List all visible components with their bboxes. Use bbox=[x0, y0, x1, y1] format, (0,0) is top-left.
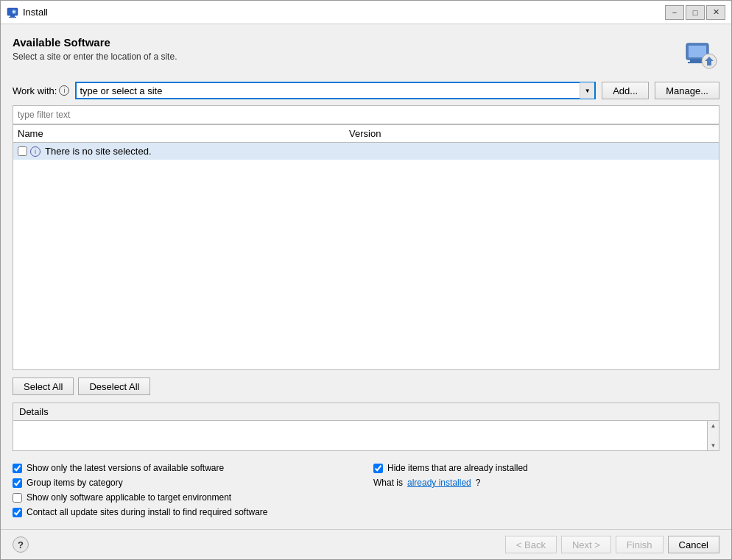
contact-update-sites-checkbox-row[interactable]: Contact all update sites during install … bbox=[13, 507, 359, 517]
details-header: Details bbox=[13, 403, 719, 421]
checkboxes-left: Show only the latest versions of availab… bbox=[13, 463, 359, 517]
checkboxes-section: Show only the latest versions of availab… bbox=[13, 463, 719, 517]
row-info-icon: i bbox=[30, 146, 41, 157]
svg-rect-1 bbox=[10, 15, 15, 17]
page-title: Available Software bbox=[13, 36, 177, 49]
checkboxes-right: Hide items that are already installed Wh… bbox=[373, 463, 719, 517]
work-with-info-icon[interactable]: i bbox=[59, 85, 69, 96]
title-bar-left: Install bbox=[7, 7, 48, 18]
contact-update-sites-checkbox[interactable] bbox=[13, 508, 22, 517]
title-bar: Install − □ ✕ bbox=[1, 1, 731, 24]
action-buttons: Select All Deselect All bbox=[13, 378, 719, 395]
row-checkbox[interactable] bbox=[18, 146, 27, 156]
scroll-up-arrow[interactable]: ▲ bbox=[711, 422, 717, 429]
cancel-button[interactable]: Cancel bbox=[668, 536, 719, 553]
page-title-section: Available Software Select a site or ente… bbox=[13, 36, 177, 62]
col-header-version: Version bbox=[349, 128, 518, 139]
hide-installed-checkbox-row[interactable]: Hide items that are already installed bbox=[373, 463, 719, 473]
filter-input[interactable] bbox=[13, 105, 719, 124]
install-window-icon bbox=[7, 7, 18, 18]
back-button[interactable]: < Back bbox=[505, 536, 557, 553]
svg-rect-2 bbox=[9, 17, 16, 18]
manage-button[interactable]: Manage... bbox=[655, 82, 719, 99]
add-button[interactable]: Add... bbox=[602, 82, 649, 99]
table-row: i There is no site selected. bbox=[13, 143, 719, 160]
what-is-suffix: ? bbox=[476, 478, 481, 488]
already-installed-link[interactable]: already installed bbox=[407, 478, 471, 488]
details-body: ▲ ▼ bbox=[13, 421, 719, 450]
finish-button[interactable]: Finish bbox=[616, 536, 664, 553]
header-icon bbox=[683, 36, 719, 73]
show-latest-checkbox[interactable] bbox=[13, 464, 22, 473]
footer-left: ? bbox=[13, 536, 29, 553]
col-header-name: Name bbox=[18, 128, 349, 139]
page-header: Available Software Select a site or ente… bbox=[13, 36, 719, 73]
show-applicable-label: Show only software applicable to target … bbox=[27, 492, 231, 503]
window-title: Install bbox=[23, 7, 48, 18]
software-table-container: Name Version i There is no site selected… bbox=[13, 124, 719, 370]
show-latest-label: Show only the latest versions of availab… bbox=[27, 463, 224, 473]
work-with-row: Work with: i ▼ Add... Manage... bbox=[13, 82, 719, 99]
work-with-dropdown-arrow[interactable]: ▼ bbox=[580, 82, 594, 99]
contact-update-sites-label: Contact all update sites during install … bbox=[27, 507, 268, 517]
footer-right: < Back Next > Finish Cancel bbox=[505, 536, 719, 553]
maximize-button[interactable]: □ bbox=[686, 5, 705, 20]
table-body: i There is no site selected. bbox=[13, 143, 719, 369]
title-bar-controls: − □ ✕ bbox=[665, 5, 725, 20]
details-scrollbar[interactable]: ▲ ▼ bbox=[707, 421, 719, 450]
details-section: Details ▲ ▼ bbox=[13, 403, 719, 451]
work-with-input-wrapper: ▼ bbox=[75, 82, 596, 99]
group-by-category-label: Group items by category bbox=[27, 478, 123, 488]
show-latest-checkbox-row[interactable]: Show only the latest versions of availab… bbox=[13, 463, 359, 473]
work-with-label: Work with: i bbox=[13, 85, 69, 96]
row-name: There is no site selected. bbox=[45, 146, 152, 157]
show-applicable-checkbox[interactable] bbox=[13, 493, 22, 503]
what-is-text: What is bbox=[373, 478, 403, 488]
group-by-category-checkbox-row[interactable]: Group items by category bbox=[13, 478, 359, 488]
content-area: Available Software Select a site or ente… bbox=[1, 24, 731, 529]
install-window: Install − □ ✕ Available Software Select … bbox=[0, 0, 732, 560]
svg-rect-6 bbox=[689, 46, 706, 57]
hide-installed-checkbox[interactable] bbox=[373, 464, 383, 473]
close-button[interactable]: ✕ bbox=[706, 5, 725, 20]
help-button[interactable]: ? bbox=[13, 536, 29, 553]
deselect-all-button[interactable]: Deselect All bbox=[78, 378, 150, 395]
table-header: Name Version bbox=[13, 125, 719, 143]
hide-installed-label: Hide items that are already installed bbox=[387, 463, 528, 473]
minimize-button[interactable]: − bbox=[665, 5, 684, 20]
what-is-row: What is already installed ? bbox=[373, 478, 719, 488]
show-applicable-checkbox-row[interactable]: Show only software applicable to target … bbox=[13, 492, 359, 503]
work-with-input[interactable] bbox=[77, 84, 580, 98]
group-by-category-checkbox[interactable] bbox=[13, 478, 22, 488]
col-header-extra bbox=[518, 128, 714, 139]
select-all-button[interactable]: Select All bbox=[13, 378, 74, 395]
footer: ? < Back Next > Finish Cancel bbox=[1, 529, 731, 559]
scroll-down-arrow[interactable]: ▼ bbox=[711, 442, 717, 449]
page-subtitle: Select a site or enter the location of a… bbox=[13, 52, 177, 62]
next-button[interactable]: Next > bbox=[561, 536, 611, 553]
